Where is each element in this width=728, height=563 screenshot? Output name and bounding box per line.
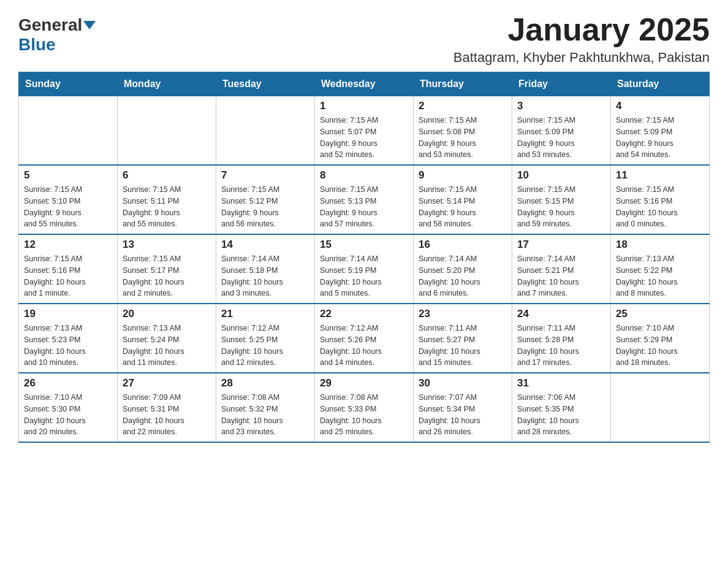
calendar-cell [118,96,216,166]
calendar-cell: 14Sunrise: 7:14 AMSunset: 5:18 PMDayligh… [216,234,315,304]
day-number: 3 [517,100,605,112]
calendar-header-saturday: Saturday [611,72,710,96]
calendar-cell: 10Sunrise: 7:15 AMSunset: 5:15 PMDayligh… [512,165,611,234]
day-number: 5 [24,169,112,182]
day-info: Sunrise: 7:13 AMSunset: 5:22 PMDaylight:… [616,253,704,299]
calendar-cell: 19Sunrise: 7:13 AMSunset: 5:23 PMDayligh… [19,304,118,373]
day-info: Sunrise: 7:14 AMSunset: 5:21 PMDaylight:… [517,253,605,299]
calendar-cell: 1Sunrise: 7:15 AMSunset: 5:07 PMDaylight… [315,96,414,166]
calendar-cell: 17Sunrise: 7:14 AMSunset: 5:21 PMDayligh… [512,234,611,304]
day-info: Sunrise: 7:10 AMSunset: 5:30 PMDaylight:… [24,392,112,438]
calendar-header-wednesday: Wednesday [315,72,414,96]
calendar-header-thursday: Thursday [414,72,512,96]
day-info: Sunrise: 7:14 AMSunset: 5:18 PMDaylight:… [221,253,309,299]
logo-blue-text: Blue [18,35,56,55]
day-info: Sunrise: 7:15 AMSunset: 5:16 PMDaylight:… [24,253,112,299]
day-info: Sunrise: 7:15 AMSunset: 5:13 PMDaylight:… [320,184,408,230]
calendar-cell: 5Sunrise: 7:15 AMSunset: 5:10 PMDaylight… [19,165,118,234]
calendar-cell: 8Sunrise: 7:15 AMSunset: 5:13 PMDaylight… [315,165,414,234]
calendar-cell: 4Sunrise: 7:15 AMSunset: 5:09 PMDaylight… [611,96,710,166]
calendar-cell: 21Sunrise: 7:12 AMSunset: 5:25 PMDayligh… [216,304,315,373]
day-number: 2 [419,100,507,112]
calendar-cell: 25Sunrise: 7:10 AMSunset: 5:29 PMDayligh… [611,304,710,373]
day-info: Sunrise: 7:07 AMSunset: 5:34 PMDaylight:… [419,392,507,438]
day-info: Sunrise: 7:14 AMSunset: 5:20 PMDaylight:… [419,253,507,299]
day-info: Sunrise: 7:15 AMSunset: 5:11 PMDaylight:… [123,184,211,230]
calendar-cell: 30Sunrise: 7:07 AMSunset: 5:34 PMDayligh… [414,373,512,442]
calendar-cell [19,96,118,166]
day-info: Sunrise: 7:15 AMSunset: 5:15 PMDaylight:… [517,184,605,230]
calendar-cell: 22Sunrise: 7:12 AMSunset: 5:26 PMDayligh… [315,304,414,373]
calendar-cell [611,373,710,442]
day-info: Sunrise: 7:11 AMSunset: 5:28 PMDaylight:… [517,323,605,369]
day-number: 14 [221,239,309,251]
day-number: 6 [123,169,211,182]
calendar-cell: 28Sunrise: 7:08 AMSunset: 5:32 PMDayligh… [216,373,315,442]
page-header: General Blue January 2025 Battagram, Khy… [18,12,710,66]
calendar-cell: 31Sunrise: 7:06 AMSunset: 5:35 PMDayligh… [512,373,611,442]
day-info: Sunrise: 7:13 AMSunset: 5:23 PMDaylight:… [24,323,112,369]
day-number: 13 [123,239,211,251]
day-info: Sunrise: 7:06 AMSunset: 5:35 PMDaylight:… [517,392,605,438]
logo-general-text: General [18,15,82,35]
calendar-cell: 11Sunrise: 7:15 AMSunset: 5:16 PMDayligh… [611,165,710,234]
day-info: Sunrise: 7:09 AMSunset: 5:31 PMDaylight:… [123,392,211,438]
day-number: 17 [517,239,605,251]
day-number: 16 [419,239,507,251]
day-number: 30 [419,377,507,389]
calendar-week-row: 12Sunrise: 7:15 AMSunset: 5:16 PMDayligh… [19,234,710,304]
calendar-cell: 29Sunrise: 7:08 AMSunset: 5:33 PMDayligh… [315,373,414,442]
calendar-cell [216,96,315,166]
calendar-cell: 15Sunrise: 7:14 AMSunset: 5:19 PMDayligh… [315,234,414,304]
day-info: Sunrise: 7:13 AMSunset: 5:24 PMDaylight:… [123,323,211,369]
day-number: 19 [24,308,112,320]
calendar-week-row: 1Sunrise: 7:15 AMSunset: 5:07 PMDaylight… [19,96,710,166]
day-number: 27 [123,377,211,389]
calendar-cell: 2Sunrise: 7:15 AMSunset: 5:08 PMDaylight… [414,96,512,166]
day-info: Sunrise: 7:11 AMSunset: 5:27 PMDaylight:… [419,323,507,369]
day-number: 29 [320,377,408,389]
day-number: 24 [517,308,605,320]
calendar-cell: 6Sunrise: 7:15 AMSunset: 5:11 PMDaylight… [118,165,216,234]
calendar-cell: 27Sunrise: 7:09 AMSunset: 5:31 PMDayligh… [118,373,216,442]
day-number: 12 [24,239,112,251]
calendar-cell: 23Sunrise: 7:11 AMSunset: 5:27 PMDayligh… [414,304,512,373]
calendar-cell: 16Sunrise: 7:14 AMSunset: 5:20 PMDayligh… [414,234,512,304]
calendar-header-sunday: Sunday [19,72,118,96]
day-info: Sunrise: 7:15 AMSunset: 5:09 PMDaylight:… [517,115,605,161]
day-number: 20 [123,308,211,320]
day-info: Sunrise: 7:15 AMSunset: 5:14 PMDaylight:… [419,184,507,230]
calendar-week-row: 5Sunrise: 7:15 AMSunset: 5:10 PMDaylight… [19,165,710,234]
day-number: 21 [221,308,309,320]
day-number: 15 [320,239,408,251]
day-info: Sunrise: 7:12 AMSunset: 5:25 PMDaylight:… [221,323,309,369]
day-number: 26 [24,377,112,389]
day-number: 10 [517,169,605,182]
month-title: January 2025 [453,12,710,47]
day-info: Sunrise: 7:10 AMSunset: 5:29 PMDaylight:… [616,323,704,369]
calendar-cell: 24Sunrise: 7:11 AMSunset: 5:28 PMDayligh… [512,304,611,373]
logo-arrow-icon [83,21,96,29]
calendar-header-monday: Monday [118,72,216,96]
calendar-cell: 3Sunrise: 7:15 AMSunset: 5:09 PMDaylight… [512,96,611,166]
calendar-cell: 13Sunrise: 7:15 AMSunset: 5:17 PMDayligh… [118,234,216,304]
day-info: Sunrise: 7:14 AMSunset: 5:19 PMDaylight:… [320,253,408,299]
calendar-cell: 26Sunrise: 7:10 AMSunset: 5:30 PMDayligh… [19,373,118,442]
calendar-header: SundayMondayTuesdayWednesdayThursdayFrid… [19,72,710,96]
calendar-cell: 7Sunrise: 7:15 AMSunset: 5:12 PMDaylight… [216,165,315,234]
day-info: Sunrise: 7:08 AMSunset: 5:32 PMDaylight:… [221,392,309,438]
day-number: 25 [616,308,704,320]
location-title: Battagram, Khyber Pakhtunkhwa, Pakistan [453,50,710,66]
day-info: Sunrise: 7:15 AMSunset: 5:09 PMDaylight:… [616,115,704,161]
calendar-header-friday: Friday [512,72,611,96]
calendar-body: 1Sunrise: 7:15 AMSunset: 5:07 PMDaylight… [19,96,710,443]
day-number: 9 [419,169,507,182]
day-number: 31 [517,377,605,389]
day-number: 4 [616,100,704,112]
title-area: January 2025 Battagram, Khyber Pakhtunkh… [453,12,710,66]
day-info: Sunrise: 7:15 AMSunset: 5:17 PMDaylight:… [123,253,211,299]
day-info: Sunrise: 7:15 AMSunset: 5:08 PMDaylight:… [419,115,507,161]
day-number: 22 [320,308,408,320]
logo: General Blue [18,15,97,55]
day-info: Sunrise: 7:15 AMSunset: 5:07 PMDaylight:… [320,115,408,161]
